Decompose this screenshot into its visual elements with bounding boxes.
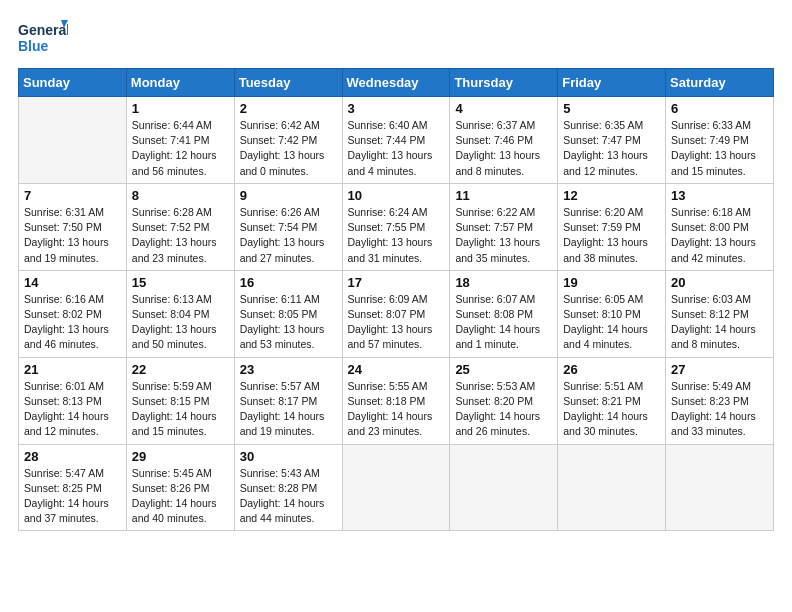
calendar-cell [19, 97, 127, 184]
day-number: 19 [563, 275, 660, 290]
day-detail: Sunrise: 5:49 AM Sunset: 8:23 PM Dayligh… [671, 379, 768, 440]
day-number: 10 [348, 188, 445, 203]
calendar-cell: 19Sunrise: 6:05 AM Sunset: 8:10 PM Dayli… [558, 270, 666, 357]
calendar-cell: 3Sunrise: 6:40 AM Sunset: 7:44 PM Daylig… [342, 97, 450, 184]
day-detail: Sunrise: 6:18 AM Sunset: 8:00 PM Dayligh… [671, 205, 768, 266]
day-number: 5 [563, 101, 660, 116]
day-detail: Sunrise: 5:55 AM Sunset: 8:18 PM Dayligh… [348, 379, 445, 440]
day-number: 2 [240, 101, 337, 116]
calendar-cell [558, 444, 666, 531]
calendar-cell: 15Sunrise: 6:13 AM Sunset: 8:04 PM Dayli… [126, 270, 234, 357]
day-number: 18 [455, 275, 552, 290]
weekday-header-row: SundayMondayTuesdayWednesdayThursdayFrid… [19, 69, 774, 97]
calendar-cell: 29Sunrise: 5:45 AM Sunset: 8:26 PM Dayli… [126, 444, 234, 531]
calendar-cell: 13Sunrise: 6:18 AM Sunset: 8:00 PM Dayli… [666, 183, 774, 270]
calendar-cell: 26Sunrise: 5:51 AM Sunset: 8:21 PM Dayli… [558, 357, 666, 444]
day-detail: Sunrise: 6:33 AM Sunset: 7:49 PM Dayligh… [671, 118, 768, 179]
day-detail: Sunrise: 6:28 AM Sunset: 7:52 PM Dayligh… [132, 205, 229, 266]
week-row-2: 7Sunrise: 6:31 AM Sunset: 7:50 PM Daylig… [19, 183, 774, 270]
day-detail: Sunrise: 6:11 AM Sunset: 8:05 PM Dayligh… [240, 292, 337, 353]
day-number: 26 [563, 362, 660, 377]
weekday-header-monday: Monday [126, 69, 234, 97]
day-detail: Sunrise: 6:07 AM Sunset: 8:08 PM Dayligh… [455, 292, 552, 353]
day-number: 7 [24, 188, 121, 203]
day-number: 14 [24, 275, 121, 290]
day-detail: Sunrise: 6:31 AM Sunset: 7:50 PM Dayligh… [24, 205, 121, 266]
day-detail: Sunrise: 5:47 AM Sunset: 8:25 PM Dayligh… [24, 466, 121, 527]
calendar-cell [666, 444, 774, 531]
calendar-cell: 16Sunrise: 6:11 AM Sunset: 8:05 PM Dayli… [234, 270, 342, 357]
day-detail: Sunrise: 6:42 AM Sunset: 7:42 PM Dayligh… [240, 118, 337, 179]
calendar-cell: 20Sunrise: 6:03 AM Sunset: 8:12 PM Dayli… [666, 270, 774, 357]
day-number: 22 [132, 362, 229, 377]
weekday-header-thursday: Thursday [450, 69, 558, 97]
day-detail: Sunrise: 6:40 AM Sunset: 7:44 PM Dayligh… [348, 118, 445, 179]
day-number: 6 [671, 101, 768, 116]
calendar-cell: 30Sunrise: 5:43 AM Sunset: 8:28 PM Dayli… [234, 444, 342, 531]
calendar-cell [342, 444, 450, 531]
week-row-1: 1Sunrise: 6:44 AM Sunset: 7:41 PM Daylig… [19, 97, 774, 184]
weekday-header-wednesday: Wednesday [342, 69, 450, 97]
day-detail: Sunrise: 5:51 AM Sunset: 8:21 PM Dayligh… [563, 379, 660, 440]
day-detail: Sunrise: 5:57 AM Sunset: 8:17 PM Dayligh… [240, 379, 337, 440]
calendar-cell: 28Sunrise: 5:47 AM Sunset: 8:25 PM Dayli… [19, 444, 127, 531]
day-detail: Sunrise: 6:24 AM Sunset: 7:55 PM Dayligh… [348, 205, 445, 266]
day-number: 23 [240, 362, 337, 377]
day-number: 15 [132, 275, 229, 290]
calendar-cell: 22Sunrise: 5:59 AM Sunset: 8:15 PM Dayli… [126, 357, 234, 444]
calendar-cell: 1Sunrise: 6:44 AM Sunset: 7:41 PM Daylig… [126, 97, 234, 184]
day-detail: Sunrise: 6:22 AM Sunset: 7:57 PM Dayligh… [455, 205, 552, 266]
day-detail: Sunrise: 6:26 AM Sunset: 7:54 PM Dayligh… [240, 205, 337, 266]
day-number: 29 [132, 449, 229, 464]
day-detail: Sunrise: 6:35 AM Sunset: 7:47 PM Dayligh… [563, 118, 660, 179]
day-number: 20 [671, 275, 768, 290]
weekday-header-friday: Friday [558, 69, 666, 97]
day-number: 16 [240, 275, 337, 290]
weekday-header-tuesday: Tuesday [234, 69, 342, 97]
day-detail: Sunrise: 6:05 AM Sunset: 8:10 PM Dayligh… [563, 292, 660, 353]
day-detail: Sunrise: 6:20 AM Sunset: 7:59 PM Dayligh… [563, 205, 660, 266]
day-number: 24 [348, 362, 445, 377]
calendar-cell: 24Sunrise: 5:55 AM Sunset: 8:18 PM Dayli… [342, 357, 450, 444]
day-detail: Sunrise: 5:45 AM Sunset: 8:26 PM Dayligh… [132, 466, 229, 527]
calendar-cell: 18Sunrise: 6:07 AM Sunset: 8:08 PM Dayli… [450, 270, 558, 357]
page-header: General Blue [18, 18, 774, 56]
calendar-cell: 6Sunrise: 6:33 AM Sunset: 7:49 PM Daylig… [666, 97, 774, 184]
calendar-cell: 9Sunrise: 6:26 AM Sunset: 7:54 PM Daylig… [234, 183, 342, 270]
day-detail: Sunrise: 6:44 AM Sunset: 7:41 PM Dayligh… [132, 118, 229, 179]
svg-text:Blue: Blue [18, 38, 49, 54]
day-number: 17 [348, 275, 445, 290]
calendar-cell: 2Sunrise: 6:42 AM Sunset: 7:42 PM Daylig… [234, 97, 342, 184]
calendar-table: SundayMondayTuesdayWednesdayThursdayFrid… [18, 68, 774, 531]
calendar-cell: 27Sunrise: 5:49 AM Sunset: 8:23 PM Dayli… [666, 357, 774, 444]
weekday-header-sunday: Sunday [19, 69, 127, 97]
day-number: 11 [455, 188, 552, 203]
calendar-cell: 11Sunrise: 6:22 AM Sunset: 7:57 PM Dayli… [450, 183, 558, 270]
day-detail: Sunrise: 5:43 AM Sunset: 8:28 PM Dayligh… [240, 466, 337, 527]
calendar-cell: 4Sunrise: 6:37 AM Sunset: 7:46 PM Daylig… [450, 97, 558, 184]
day-detail: Sunrise: 6:16 AM Sunset: 8:02 PM Dayligh… [24, 292, 121, 353]
day-detail: Sunrise: 6:13 AM Sunset: 8:04 PM Dayligh… [132, 292, 229, 353]
day-detail: Sunrise: 5:59 AM Sunset: 8:15 PM Dayligh… [132, 379, 229, 440]
calendar-cell: 21Sunrise: 6:01 AM Sunset: 8:13 PM Dayli… [19, 357, 127, 444]
day-number: 30 [240, 449, 337, 464]
day-number: 8 [132, 188, 229, 203]
day-detail: Sunrise: 6:03 AM Sunset: 8:12 PM Dayligh… [671, 292, 768, 353]
day-detail: Sunrise: 6:01 AM Sunset: 8:13 PM Dayligh… [24, 379, 121, 440]
day-number: 1 [132, 101, 229, 116]
svg-text:General: General [18, 22, 68, 38]
week-row-4: 21Sunrise: 6:01 AM Sunset: 8:13 PM Dayli… [19, 357, 774, 444]
calendar-cell: 12Sunrise: 6:20 AM Sunset: 7:59 PM Dayli… [558, 183, 666, 270]
calendar-cell: 14Sunrise: 6:16 AM Sunset: 8:02 PM Dayli… [19, 270, 127, 357]
calendar-cell: 5Sunrise: 6:35 AM Sunset: 7:47 PM Daylig… [558, 97, 666, 184]
day-number: 21 [24, 362, 121, 377]
weekday-header-saturday: Saturday [666, 69, 774, 97]
calendar-cell: 10Sunrise: 6:24 AM Sunset: 7:55 PM Dayli… [342, 183, 450, 270]
logo: General Blue [18, 18, 68, 56]
calendar-cell: 17Sunrise: 6:09 AM Sunset: 8:07 PM Dayli… [342, 270, 450, 357]
day-detail: Sunrise: 6:09 AM Sunset: 8:07 PM Dayligh… [348, 292, 445, 353]
day-number: 12 [563, 188, 660, 203]
logo-svg: General Blue [18, 18, 68, 56]
day-number: 4 [455, 101, 552, 116]
day-number: 9 [240, 188, 337, 203]
